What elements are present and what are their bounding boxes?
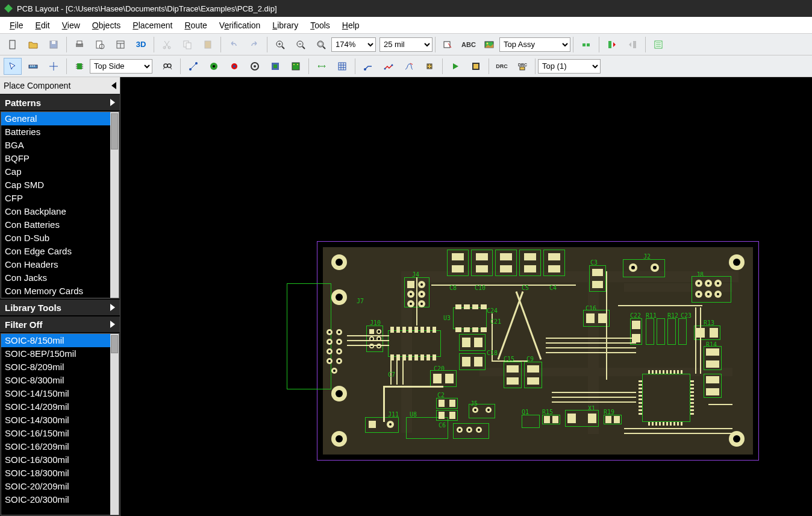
parts-scrollbar[interactable] xyxy=(110,334,119,515)
menu-help[interactable]: Help xyxy=(336,19,366,31)
copper-pour-tool[interactable] xyxy=(266,58,284,75)
part-item[interactable]: SOIC-8/150mil xyxy=(1,334,119,347)
titles-button[interactable] xyxy=(111,36,130,53)
category-item[interactable]: General xyxy=(1,112,119,125)
text-label-button[interactable]: ABC xyxy=(460,36,478,53)
properties-button[interactable] xyxy=(649,36,667,53)
3d-button[interactable]: 3D xyxy=(132,36,150,53)
layer-colors-button[interactable] xyxy=(439,36,457,53)
board-outline-tool[interactable] xyxy=(287,58,305,75)
part-item[interactable]: SOIC-16/300mil xyxy=(1,453,119,467)
redo-button[interactable] xyxy=(245,36,263,53)
edit-route-tool[interactable] xyxy=(379,58,398,75)
svg-point-78 xyxy=(428,64,429,66)
collapse-icon[interactable] xyxy=(111,82,116,89)
filter-section[interactable]: Filter Off xyxy=(0,316,120,333)
zoom-out-button[interactable] xyxy=(292,36,310,53)
library-tools-section[interactable]: Library Tools xyxy=(0,299,120,316)
fanout-tool[interactable] xyxy=(420,58,439,75)
route-manual-tool[interactable] xyxy=(359,58,377,75)
category-item[interactable]: Con Headers xyxy=(1,258,119,271)
via-tool[interactable] xyxy=(225,58,243,75)
find-button[interactable] xyxy=(158,58,176,75)
zoom-window-button[interactable] xyxy=(312,36,330,53)
save-button[interactable] xyxy=(45,36,63,53)
layer-display-select[interactable]: Top Assy xyxy=(499,37,570,52)
drc-setup-button[interactable]: DRC xyxy=(513,58,531,75)
part-item[interactable]: SOIC-20/209mil xyxy=(1,480,119,493)
part-item[interactable]: SOIC-8/209mil xyxy=(1,360,119,374)
origin-tool[interactable] xyxy=(45,58,63,75)
autoroute-button[interactable] xyxy=(446,58,464,75)
category-item[interactable]: Con Edge Cards xyxy=(1,245,119,258)
category-item[interactable]: Con Memory Cards xyxy=(1,285,119,298)
category-item[interactable]: Con Jacks xyxy=(1,271,119,285)
parts-list[interactable]: SOIC-8/150milSOIC-8EP/150milSOIC-8/209mi… xyxy=(1,333,119,515)
menu-tools[interactable]: Tools xyxy=(304,19,336,31)
drc-button[interactable]: DRC xyxy=(493,58,511,75)
svg-rect-77 xyxy=(427,64,432,69)
undo-button[interactable] xyxy=(225,36,243,53)
side-select[interactable]: Top Side xyxy=(90,59,152,74)
svg-line-21 xyxy=(302,46,305,49)
renew-back-button[interactable] xyxy=(623,36,642,53)
category-item[interactable]: Batteries xyxy=(1,125,119,139)
select-tool[interactable] xyxy=(4,58,22,75)
part-item[interactable]: SOIC-14/300mil xyxy=(1,414,119,427)
category-item[interactable]: Cap xyxy=(1,165,119,178)
copy-button[interactable] xyxy=(178,36,196,53)
cut-button[interactable] xyxy=(158,36,176,53)
part-item[interactable]: SOIC-14/150mil xyxy=(1,387,119,400)
measure-tool[interactable] xyxy=(24,58,42,75)
table-tool[interactable] xyxy=(333,58,351,75)
mounting-hole-tool[interactable] xyxy=(246,58,264,75)
menu-edit[interactable]: Edit xyxy=(30,19,56,31)
svg-point-76 xyxy=(392,64,393,66)
category-item[interactable]: BGA xyxy=(1,139,119,152)
renew-button[interactable] xyxy=(603,36,621,53)
category-item[interactable]: Con Power xyxy=(1,298,119,298)
menu-file[interactable]: File xyxy=(4,19,30,31)
ratline-tool[interactable] xyxy=(184,58,202,75)
menu-placement[interactable]: Placement xyxy=(126,19,178,31)
menu-library[interactable]: Library xyxy=(266,19,304,31)
svg-rect-64 xyxy=(273,64,277,68)
part-item[interactable]: SOIC-16/209mil xyxy=(1,440,119,453)
part-item[interactable]: SOIC-18/300mil xyxy=(1,467,119,480)
menu-verification[interactable]: Verification xyxy=(213,19,267,31)
categories-scrollbar[interactable] xyxy=(110,112,119,298)
component-tool[interactable] xyxy=(70,58,89,75)
menu-route[interactable]: Route xyxy=(178,19,213,31)
pcb-canvas[interactable]: J4 J7 J10 J11 U3 U8 C2 C6 C8 C10 C4 C3 C… xyxy=(120,77,812,516)
category-item[interactable]: Con Backplane xyxy=(1,205,119,218)
category-item[interactable]: BQFP xyxy=(1,152,119,165)
category-item[interactable]: Cap SMD xyxy=(1,178,119,192)
free-route-tool[interactable] xyxy=(400,58,418,75)
layer-select[interactable]: Top (1) xyxy=(538,59,601,74)
dimension-tool[interactable] xyxy=(313,58,331,75)
pad-tool[interactable] xyxy=(205,58,223,75)
part-item[interactable]: SOIC-20/300mil xyxy=(1,493,119,506)
patterns-section[interactable]: Patterns xyxy=(0,94,120,111)
print-button[interactable] xyxy=(70,36,89,53)
part-item[interactable]: SOIC-8EP/150mil xyxy=(1,347,119,360)
zoom-in-button[interactable] xyxy=(271,36,289,53)
open-button[interactable] xyxy=(24,36,42,53)
preview-button[interactable] xyxy=(91,36,109,53)
menu-objects[interactable]: Objects xyxy=(86,19,126,31)
category-item[interactable]: CFP xyxy=(1,192,119,205)
paste-button[interactable] xyxy=(199,36,217,53)
menu-view[interactable]: View xyxy=(56,19,86,31)
part-item[interactable]: SOIC-8/300mil xyxy=(1,374,119,387)
category-item[interactable]: Con D-Sub xyxy=(1,231,119,245)
grid-select[interactable]: 25 mil xyxy=(379,37,433,52)
category-item[interactable]: Con Batteries xyxy=(1,218,119,231)
autoroute-setup-button[interactable] xyxy=(467,58,485,75)
zoom-select[interactable]: 174% xyxy=(331,37,376,52)
part-item[interactable]: SOIC-14/209mil xyxy=(1,400,119,414)
units-button[interactable] xyxy=(577,36,595,53)
part-item[interactable]: SOIC-16/150mil xyxy=(1,427,119,440)
categories-list[interactable]: GeneralBatteriesBGABQFPCapCap SMDCFPCon … xyxy=(1,112,119,298)
new-button[interactable] xyxy=(4,36,22,53)
picture-button[interactable] xyxy=(480,36,498,53)
